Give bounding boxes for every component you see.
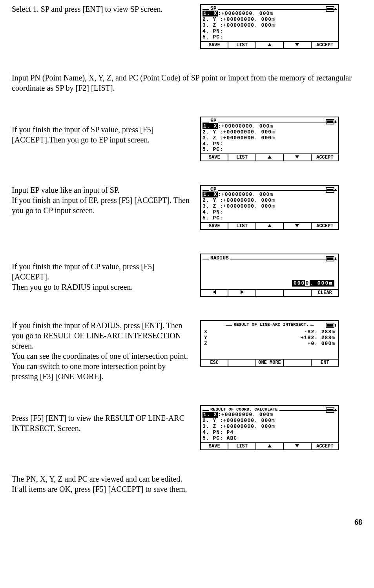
radius-body: 0000. 000m: [203, 261, 337, 288]
right-arrow-icon: [241, 290, 244, 294]
step-6: If you finish the input of RADIUS, press…: [12, 320, 362, 382]
up-arrow-icon: [268, 224, 272, 227]
step-5: If you finish the input of CP value, pre…: [12, 254, 362, 297]
step-3: If you finish the input of SP value, pre…: [12, 117, 362, 162]
softkey-up[interactable]: [256, 154, 284, 161]
softkey-accept[interactable]: ACCEPT: [312, 42, 338, 48]
lcd-title-row: RADIUS: [203, 255, 337, 261]
softkey-list[interactable]: LIST: [228, 42, 256, 48]
softkey-up[interactable]: [256, 443, 284, 449]
lcd-rows: 1. X:+00000000. 000m2. Y :+00000000. 000…: [203, 412, 337, 442]
lcd-rows: 1. X:+00000000. 000m2. Y :+00000000. 000…: [203, 192, 337, 221]
up-arrow-icon: [268, 43, 272, 46]
lcd-title: RESULT OF COORD. CALCULATE: [209, 407, 279, 412]
down-arrow-icon: [295, 155, 299, 159]
softkey-list[interactable]: LIST: [228, 223, 256, 229]
softkey-down[interactable]: [284, 443, 311, 449]
down-arrow-icon: [295, 444, 299, 447]
lcd-title: EP: [209, 118, 218, 124]
lcd-row: 3. Z :+00000000. 000m: [203, 23, 337, 29]
lcd-title: SP: [209, 5, 218, 11]
lcd-result-intersect: RESULT OF LINE-ARC INTERSECT. X-82. 288m…: [200, 320, 339, 367]
lcd-title-row: RESULT OF COORD. CALCULATE: [203, 407, 337, 412]
lcd-title: RADIUS: [209, 255, 230, 261]
softkeys: ESCONE MOREENT: [201, 359, 338, 366]
result-row: Z+0. 000m: [204, 341, 335, 347]
result-body: X-82. 288mY+182. 288mZ+0. 000m: [203, 327, 337, 358]
lcd-title-row: CP: [203, 186, 337, 192]
step-2-text: Input PN (Point Name), X, Y, Z, and PC (…: [12, 73, 362, 93]
softkey-up[interactable]: [256, 42, 284, 48]
softkey-blank: [228, 360, 256, 366]
lcd-row: 4. PN: P4: [203, 430, 337, 436]
softkey-accept[interactable]: ACCEPT: [312, 443, 338, 449]
step-4: Input EP value like an input of SP.If yo…: [12, 185, 362, 230]
up-arrow-icon: [268, 155, 272, 159]
lcd-title-row: EP: [203, 118, 337, 124]
result-row: X-82. 288m: [204, 329, 335, 335]
step-8-text: The PN, X, Y, Z and PC are viewed and ca…: [12, 474, 362, 494]
battery-icon: [326, 323, 336, 328]
lcd-title: RESULT OF LINE-ARC INTERSECT.: [232, 322, 310, 327]
softkey-down[interactable]: [284, 223, 311, 229]
softkey-down[interactable]: [284, 42, 311, 48]
lcd-row: 2. Y :+00000000. 000m: [203, 418, 337, 424]
step-3-text: If you finish the input of SP value, pre…: [12, 117, 192, 145]
softkey-accept[interactable]: ACCEPT: [312, 223, 338, 229]
softkey-save[interactable]: SAVE: [201, 223, 228, 229]
softkey-down[interactable]: [284, 154, 311, 161]
softkey-list[interactable]: LIST: [228, 443, 256, 449]
softkey-list[interactable]: LIST: [228, 154, 256, 161]
lcd-title: CP: [209, 186, 218, 192]
softkey-save[interactable]: SAVE: [201, 42, 228, 48]
step-4-text: Input EP value like an input of SP.If yo…: [12, 185, 192, 215]
lcd-row: 3. Z :+00000000. 000m: [203, 135, 337, 141]
softkey-ent[interactable]: ENT: [312, 360, 338, 366]
lcd-row: 3. Z :+00000000. 000m: [203, 424, 337, 430]
softkey-up[interactable]: [256, 223, 284, 229]
lcd-title-row: SP: [203, 5, 337, 11]
lcd-row: 1. X:+00000000. 000m: [203, 124, 337, 130]
lcd-row: 5. PC: ABC: [203, 436, 337, 442]
softkey-save[interactable]: SAVE: [201, 154, 228, 161]
step-7-text: Press [F5] [ENT] to view the RESULT OF L…: [12, 405, 192, 433]
softkey-blank: [284, 360, 311, 366]
lcd-result-calc: RESULT OF COORD. CALCULATE 1. X:+0000000…: [200, 405, 339, 450]
lcd-sp: SP 1. X:+00000000. 000m2. Y :+00000000. …: [200, 4, 339, 49]
step-6-text: If you finish the input of RADIUS, press…: [12, 320, 192, 382]
lcd-row: 4. PN:: [203, 141, 337, 147]
left-arrow-icon: [213, 290, 216, 294]
softkey-clear[interactable]: CLEAR: [312, 290, 338, 296]
softkey-one more[interactable]: ONE MORE: [256, 360, 284, 366]
softkeys: SAVELISTACCEPT: [201, 222, 338, 229]
lcd-row: 5. PC:: [203, 215, 337, 221]
lcd-row: 1. X:+00000000. 000m: [203, 412, 337, 418]
step-5-text: If you finish the input of CP value, pre…: [12, 254, 192, 292]
up-arrow-icon: [268, 444, 272, 447]
lcd-rows: 1. X:+00000000. 000m2. Y :+00000000. 000…: [203, 124, 337, 153]
softkeys: SAVELISTACCEPT: [201, 442, 338, 449]
softkey-save[interactable]: SAVE: [201, 443, 228, 449]
softkeys: SAVELISTACCEPT: [201, 153, 338, 161]
result-row: Y+182. 288m: [204, 335, 335, 341]
battery-icon: [326, 6, 336, 12]
lcd-title-row: RESULT OF LINE-ARC INTERSECT.: [203, 322, 337, 327]
softkeys: SAVELISTACCEPT: [201, 41, 338, 48]
down-arrow-icon: [295, 43, 299, 46]
softkey-right[interactable]: [228, 290, 256, 296]
lcd-cp: CP 1. X:+00000000. 000m2. Y :+00000000. …: [200, 185, 339, 230]
lcd-radius: RADIUS 0000. 000m CLEAR: [200, 254, 339, 297]
lcd-row: 1. X:+00000000. 000m: [203, 192, 337, 198]
softkey-left[interactable]: [201, 290, 228, 296]
lcd-row: 5. PC:: [203, 35, 337, 40]
step-1: Select 1. SP and press [ENT] to view SP …: [12, 4, 362, 49]
lcd-row: 2. Y :+00000000. 000m: [203, 17, 337, 23]
step-7: Press [F5] [ENT] to view the RESULT OF L…: [12, 405, 362, 450]
page-number: 68: [12, 518, 362, 527]
softkey-esc[interactable]: ESC: [201, 360, 228, 366]
radius-value: 0000. 000m: [292, 280, 334, 287]
lcd-rows: 1. X:+00000000. 000m2. Y :+00000000. 000…: [203, 11, 337, 40]
battery-icon: [326, 407, 336, 413]
softkey-accept[interactable]: ACCEPT: [312, 154, 338, 161]
lcd-ep: EP 1. X:+00000000. 000m2. Y :+00000000. …: [200, 117, 339, 162]
